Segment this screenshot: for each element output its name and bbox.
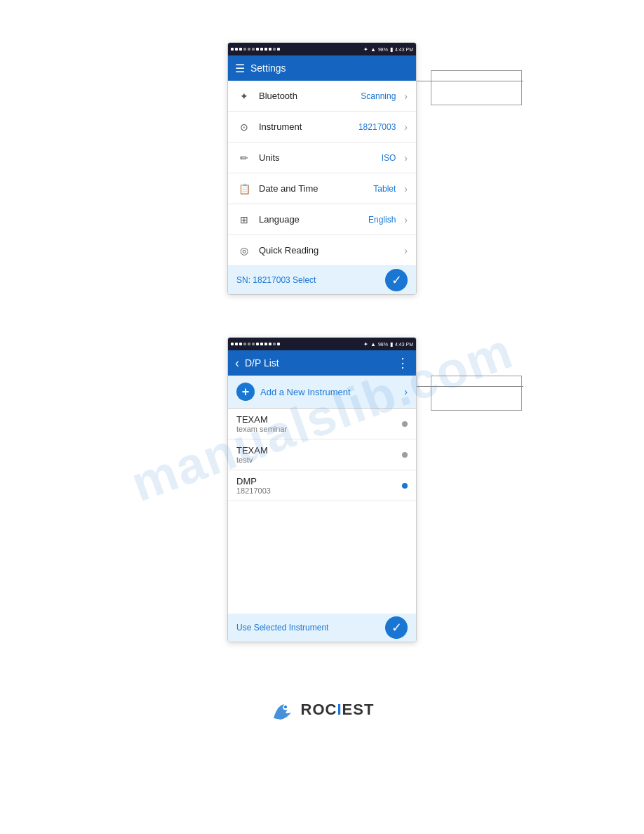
confirm-button-2[interactable]: ✓ bbox=[385, 616, 408, 639]
datetime-label: Date and Time bbox=[259, 183, 366, 194]
s2-dot-7 bbox=[256, 343, 259, 345]
dmp-indicator bbox=[402, 483, 408, 489]
more-icon[interactable]: ⋮ bbox=[396, 355, 409, 371]
signal-dot-10 bbox=[269, 48, 271, 51]
s2-battery-percent: 98% bbox=[378, 342, 388, 347]
signal-dot-7 bbox=[256, 48, 259, 51]
confirm-button-1[interactable]: ✓ bbox=[385, 269, 408, 291]
units-chevron: › bbox=[404, 152, 408, 164]
s2-dot-5 bbox=[248, 343, 250, 345]
s2-dot-2 bbox=[235, 343, 238, 345]
signal-dot-1 bbox=[231, 48, 234, 51]
settings-list: ✦ Bluetooth Scanning › ⊙ Instrument 1821… bbox=[228, 81, 416, 266]
settings-bottom-bar: SN: 18217003 Select ✓ bbox=[228, 266, 416, 294]
add-instrument-row[interactable]: + Add a New Instrument › bbox=[228, 376, 416, 409]
dplist-screen: ✦ ▲ 98% ▮ 4:43 PM ‹ D/P List ⋮ + Add a N… bbox=[227, 337, 417, 642]
units-icon: ✏ bbox=[236, 152, 252, 164]
bluetooth-label: Bluetooth bbox=[259, 91, 354, 101]
units-item[interactable]: ✏ Units ISO › bbox=[228, 143, 416, 173]
add-instrument-label: Add a New Instrument bbox=[260, 387, 398, 397]
signal-dot-2 bbox=[235, 48, 238, 51]
roctest-logo: ROCIEST bbox=[270, 699, 375, 721]
instrument-value: 18217003 bbox=[358, 122, 396, 132]
dplist-title: D/P List bbox=[245, 357, 391, 369]
screen2-block: ✦ ▲ 98% ▮ 4:43 PM ‹ D/P List ⋮ + Add a N… bbox=[227, 337, 417, 642]
battery-percent: 98% bbox=[378, 47, 388, 52]
sn-select-label[interactable]: SN: 18217003 Select bbox=[236, 275, 316, 285]
status-bar-left-2 bbox=[231, 343, 280, 345]
status-bar-left-1 bbox=[231, 48, 280, 51]
screens-wrapper: ✦ ▲ 98% ▮ 4:43 PM ☰ Settings ✦ Bluetooth… bbox=[0, 0, 644, 756]
settings-title: Settings bbox=[250, 62, 409, 74]
signal-dot-4 bbox=[243, 48, 246, 51]
bluetooth-item[interactable]: ✦ Bluetooth Scanning › bbox=[228, 81, 416, 112]
language-icon: ⊞ bbox=[236, 214, 252, 225]
s2-dot-9 bbox=[264, 343, 267, 345]
datetime-item[interactable]: 📋 Date and Time Tablet › bbox=[228, 173, 416, 204]
callout-line-1 bbox=[417, 81, 523, 81]
s2-dot-3 bbox=[239, 343, 242, 345]
settings-screen: ✦ ▲ 98% ▮ 4:43 PM ☰ Settings ✦ Bluetooth… bbox=[227, 42, 417, 295]
units-label: Units bbox=[259, 152, 375, 163]
callout-line-2 bbox=[417, 386, 523, 387]
texam-testv-sub: testv bbox=[236, 456, 268, 464]
bluetooth-value: Scanning bbox=[361, 91, 396, 101]
logo-area: ROCIEST bbox=[270, 684, 375, 728]
s2-dot-11 bbox=[273, 343, 276, 345]
texam-seminar-name: TEXAM bbox=[236, 414, 287, 425]
dmp-info: DMP 18217003 bbox=[236, 476, 271, 495]
signal-dot-3 bbox=[239, 48, 242, 51]
s2-dot-12 bbox=[277, 343, 280, 345]
signal-dot-6 bbox=[252, 48, 255, 51]
texam-testv-info: TEXAM testv bbox=[236, 445, 268, 464]
dplist-content: + Add a New Instrument › TEXAM texam sem… bbox=[228, 376, 416, 614]
battery-icon: ▮ bbox=[390, 46, 393, 53]
quickreading-label: Quick Reading bbox=[259, 245, 389, 256]
signal-dot-12 bbox=[277, 48, 280, 51]
status-bar-right-1: ✦ ▲ 98% ▮ 4:43 PM bbox=[363, 46, 413, 53]
status-bar-right-2: ✦ ▲ 98% ▮ 4:43 PM bbox=[363, 341, 413, 348]
texam-testv-name: TEXAM bbox=[236, 445, 268, 456]
add-instrument-chevron: › bbox=[404, 386, 408, 397]
back-icon[interactable]: ‹ bbox=[235, 356, 239, 371]
bluetooth-status-icon: ✦ bbox=[363, 46, 368, 53]
instrument-chevron: › bbox=[404, 121, 408, 133]
s2-dot-1 bbox=[231, 343, 234, 345]
datetime-chevron: › bbox=[404, 183, 408, 194]
dp-empty-space bbox=[228, 501, 416, 614]
datetime-value: Tablet bbox=[373, 184, 396, 194]
signal-dot-5 bbox=[248, 48, 250, 51]
texam-seminar-indicator bbox=[402, 421, 408, 427]
signal-dot-8 bbox=[260, 48, 263, 51]
signal-dot-11 bbox=[273, 48, 276, 51]
s2-dot-6 bbox=[252, 343, 255, 345]
dmp-sub: 18217003 bbox=[236, 486, 271, 495]
quickreading-item[interactable]: ◎ Quick Reading › bbox=[228, 235, 416, 266]
instrument-texam-testv[interactable]: TEXAM testv bbox=[228, 439, 416, 470]
language-chevron: › bbox=[404, 214, 408, 225]
dmp-name: DMP bbox=[236, 476, 271, 486]
bluetooth-icon: ✦ bbox=[236, 91, 252, 102]
status-time: 4:43 PM bbox=[395, 47, 413, 52]
calendar-icon: 📋 bbox=[236, 183, 252, 194]
instrument-label: Instrument bbox=[259, 121, 351, 132]
quickreading-chevron: › bbox=[404, 245, 408, 256]
instrument-dmp[interactable]: DMP 18217003 bbox=[228, 470, 416, 501]
instrument-item[interactable]: ⊙ Instrument 18217003 › bbox=[228, 112, 416, 143]
instrument-texam-seminar[interactable]: TEXAM texam seminar bbox=[228, 409, 416, 439]
screen1-block: ✦ ▲ 98% ▮ 4:43 PM ☰ Settings ✦ Bluetooth… bbox=[227, 42, 417, 295]
hamburger-icon[interactable]: ☰ bbox=[235, 62, 245, 75]
logo-icon bbox=[270, 699, 298, 721]
callout-box-2 bbox=[431, 376, 522, 411]
s2-bluetooth-icon: ✦ bbox=[363, 341, 368, 348]
plus-icon: + bbox=[236, 383, 255, 401]
bluetooth-chevron: › bbox=[404, 91, 408, 102]
instrument-icon: ⊙ bbox=[236, 121, 252, 133]
language-value: English bbox=[368, 215, 396, 225]
language-item[interactable]: ⊞ Language English › bbox=[228, 204, 416, 235]
s2-wifi-icon: ▲ bbox=[370, 341, 376, 348]
texam-testv-indicator bbox=[402, 452, 408, 458]
texam-seminar-info: TEXAM texam seminar bbox=[236, 414, 287, 433]
signal-dot-9 bbox=[264, 48, 267, 51]
use-selected-label[interactable]: Use Selected Instrument bbox=[236, 623, 328, 633]
